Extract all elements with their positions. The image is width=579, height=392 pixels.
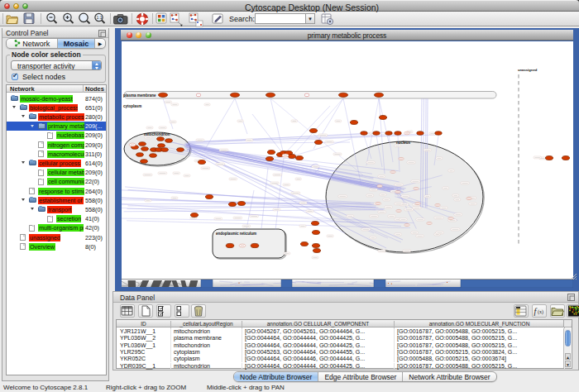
svg-text:(x): (x): [538, 309, 543, 315]
svg-text:nucleus: nucleus: [396, 141, 411, 145]
svg-text:endoplasmic reticulum: endoplasmic reticulum: [216, 232, 256, 236]
svg-text:1:1: 1:1: [97, 15, 103, 20]
svg-text:cytoplasm: cytoplasm: [123, 104, 141, 108]
svg-text:mitochondrion: mitochondrion: [144, 132, 170, 136]
svg-text:f: f: [534, 307, 538, 316]
svg-text:unassigned: unassigned: [518, 68, 538, 72]
svg-text:plasma membrane: plasma membrane: [123, 93, 156, 98]
